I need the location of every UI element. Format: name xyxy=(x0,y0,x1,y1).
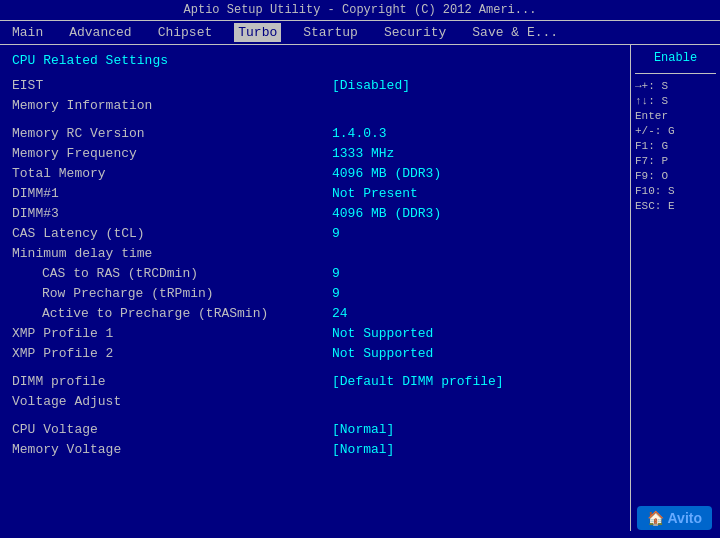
setting-value-12: 24 xyxy=(332,306,348,321)
spacer-18 xyxy=(12,414,618,422)
setting-label-4: Memory Frequency xyxy=(12,146,332,161)
main-content: CPU Related Settings EIST[Disabled]Memor… xyxy=(0,45,720,531)
help-item-5: F1: G xyxy=(635,140,716,152)
right-divider xyxy=(635,73,716,74)
setting-label-13: XMP Profile 1 xyxy=(12,326,332,341)
setting-value-7: 4096 MB (DDR3) xyxy=(332,206,441,221)
menu-item-advanced[interactable]: Advanced xyxy=(65,23,135,42)
setting-row-14: XMP Profile 2Not Supported xyxy=(12,346,618,364)
setting-label-5: Total Memory xyxy=(12,166,332,181)
title-bar: Aptio Setup Utility - Copyright (C) 2012… xyxy=(0,0,720,21)
menu-item-save---e---[interactable]: Save & E... xyxy=(468,23,562,42)
menu-item-chipset[interactable]: Chipset xyxy=(154,23,217,42)
setting-value-20[interactable]: [Normal] xyxy=(332,442,394,457)
setting-value-3: 1.4.0.3 xyxy=(332,126,387,141)
right-panel: Enable →+: S↑↓: SEnter+/-: GF1: GF7: PF9… xyxy=(630,45,720,531)
setting-row-16: DIMM profile[Default DIMM profile] xyxy=(12,374,618,392)
help-item-1: ↑↓: S xyxy=(635,95,716,107)
help-item-4: +/-: G xyxy=(635,125,716,137)
setting-value-16[interactable]: [Default DIMM profile] xyxy=(332,374,504,389)
setting-row-7: DIMM#34096 MB (DDR3) xyxy=(12,206,618,224)
avito-text: Avito xyxy=(668,510,702,526)
setting-row-17: Voltage Adjust xyxy=(12,394,618,412)
setting-row-8: CAS Latency (tCL)9 xyxy=(12,226,618,244)
enable-label: Enable xyxy=(635,51,716,65)
title-text: Aptio Setup Utility - Copyright (C) 2012… xyxy=(184,3,537,17)
setting-row-1: Memory Information xyxy=(12,98,618,116)
setting-value-19[interactable]: [Normal] xyxy=(332,422,394,437)
menu-item-startup[interactable]: Startup xyxy=(299,23,362,42)
setting-row-3: Memory RC Version1.4.0.3 xyxy=(12,126,618,144)
setting-value-8: 9 xyxy=(332,226,340,241)
setting-label-9: Minimum delay time xyxy=(12,246,332,261)
setting-label-11: Row Precharge (tRPmin) xyxy=(12,286,332,301)
setting-label-7: DIMM#3 xyxy=(12,206,332,221)
setting-label-10: CAS to RAS (tRCDmin) xyxy=(12,266,332,281)
setting-row-20: Memory Voltage[Normal] xyxy=(12,442,618,460)
setting-value-11: 9 xyxy=(332,286,340,301)
setting-value-5: 4096 MB (DDR3) xyxy=(332,166,441,181)
setting-label-20: Memory Voltage xyxy=(12,442,332,457)
menu-item-main[interactable]: Main xyxy=(8,23,47,42)
help-item-7: F9: O xyxy=(635,170,716,182)
help-item-8: F10: S xyxy=(635,185,716,197)
setting-value-6: Not Present xyxy=(332,186,418,201)
spacer-15 xyxy=(12,366,618,374)
setting-label-12: Active to Precharge (tRASmin) xyxy=(12,306,332,321)
menu-item-security[interactable]: Security xyxy=(380,23,450,42)
setting-label-3: Memory RC Version xyxy=(12,126,332,141)
setting-row-9: Minimum delay time xyxy=(12,246,618,264)
help-item-3: Enter xyxy=(635,110,716,122)
setting-row-11: Row Precharge (tRPmin)9 xyxy=(12,286,618,304)
menu-bar: MainAdvancedChipsetTurboStartupSecurityS… xyxy=(0,21,720,45)
setting-row-6: DIMM#1Not Present xyxy=(12,186,618,204)
help-item-0: →+: S xyxy=(635,80,716,92)
setting-value-13: Not Supported xyxy=(332,326,433,341)
setting-label-19: CPU Voltage xyxy=(12,422,332,437)
setting-label-17: Voltage Adjust xyxy=(12,394,332,409)
left-panel: CPU Related Settings EIST[Disabled]Memor… xyxy=(0,45,630,531)
help-item-9: ESC: E xyxy=(635,200,716,212)
setting-value-14: Not Supported xyxy=(332,346,433,361)
help-items-container: →+: S↑↓: SEnter+/-: GF1: GF7: PF9: OF10:… xyxy=(635,80,716,212)
settings-container: EIST[Disabled]Memory InformationMemory R… xyxy=(12,78,618,460)
avito-watermark: 🏠 Avito xyxy=(637,506,712,530)
setting-label-8: CAS Latency (tCL) xyxy=(12,226,332,241)
setting-value-10: 9 xyxy=(332,266,340,281)
setting-row-19: CPU Voltage[Normal] xyxy=(12,422,618,440)
setting-row-4: Memory Frequency1333 MHz xyxy=(12,146,618,164)
setting-row-10: CAS to RAS (tRCDmin)9 xyxy=(12,266,618,284)
menu-item-turbo[interactable]: Turbo xyxy=(234,23,281,42)
setting-value-0[interactable]: [Disabled] xyxy=(332,78,410,93)
setting-label-0: EIST xyxy=(12,78,332,93)
spacer-2 xyxy=(12,118,618,126)
setting-label-1: Memory Information xyxy=(12,98,332,113)
help-item-6: F7: P xyxy=(635,155,716,167)
setting-row-0: EIST[Disabled] xyxy=(12,78,618,96)
setting-value-4: 1333 MHz xyxy=(332,146,394,161)
setting-label-6: DIMM#1 xyxy=(12,186,332,201)
avito-icon: 🏠 xyxy=(647,510,664,526)
section-title: CPU Related Settings xyxy=(12,53,618,68)
setting-label-14: XMP Profile 2 xyxy=(12,346,332,361)
setting-row-5: Total Memory4096 MB (DDR3) xyxy=(12,166,618,184)
setting-row-12: Active to Precharge (tRASmin)24 xyxy=(12,306,618,324)
setting-label-16: DIMM profile xyxy=(12,374,332,389)
setting-row-13: XMP Profile 1Not Supported xyxy=(12,326,618,344)
